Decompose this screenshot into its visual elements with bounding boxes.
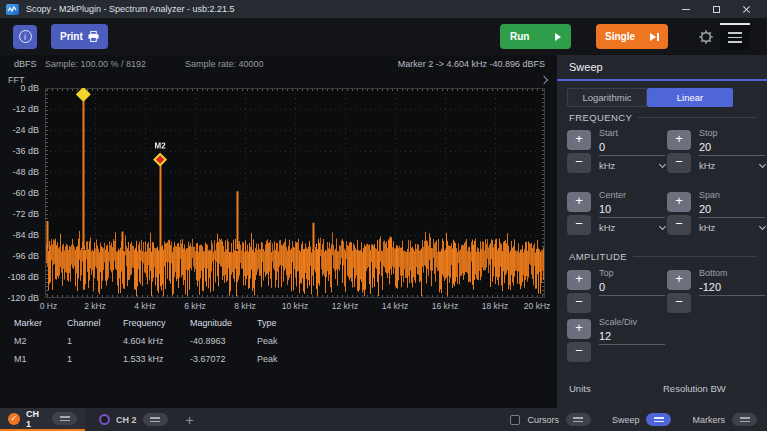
status-row: dBFS Sample: 100.00 % / 8192 Sample rate… — [0, 59, 557, 71]
bottom-increment-button[interactable]: + — [667, 270, 691, 290]
y-axis-labels: 0 dB-12 dB-24 dB-36 dB-48 dB-60 dB-72 dB… — [0, 88, 39, 298]
sample-rate-status: Sample rate: 40000 — [185, 59, 264, 69]
table-row: M2 1 4.604 kHz -40.8963 Peak — [0, 336, 557, 354]
marker-readout: Marker 2 -> 4.604 kHz -40.896 dBFS — [398, 59, 545, 69]
markers-menu-button[interactable] — [732, 413, 757, 426]
skip-to-end-icon — [650, 33, 659, 41]
stop-value[interactable]: 20 — [699, 141, 765, 156]
scale-div-value[interactable]: 12 — [599, 330, 665, 345]
run-button[interactable]: Run — [500, 24, 571, 49]
panel-accent-rule — [557, 79, 767, 81]
y-tick-label: 0 dB — [20, 83, 39, 93]
x-tick-label: 20 kHz — [524, 301, 550, 311]
y-tick-label: -96 dB — [12, 251, 39, 261]
stop-decrement-button[interactable]: − — [667, 153, 691, 173]
info-button[interactable]: i — [13, 25, 37, 49]
scale-toggle: Logarithmic Linear — [567, 88, 733, 107]
cursors-label: Cursors — [527, 415, 559, 425]
chevron-down-icon — [659, 222, 666, 229]
center-unit-select[interactable]: kHz — [599, 222, 665, 233]
center-value[interactable]: 10 — [599, 203, 665, 218]
cursors-checkbox[interactable] — [510, 415, 520, 425]
x-tick-label: 10 kHz — [282, 301, 308, 311]
center-decrement-button[interactable]: − — [567, 215, 591, 235]
top-value[interactable]: 0 — [599, 281, 665, 296]
hamburger-icon — [728, 32, 742, 34]
y-tick-label: -48 dB — [12, 167, 39, 177]
maximize-button[interactable] — [701, 0, 731, 18]
sweep-toggle-button[interactable] — [646, 413, 671, 426]
channel-2-enable-checkbox[interactable] — [99, 414, 110, 425]
spectrum-canvas[interactable] — [45, 88, 545, 298]
span-decrement-button[interactable]: − — [667, 215, 691, 235]
logarithmic-button[interactable]: Logarithmic — [567, 88, 647, 107]
markers-label: Markers — [692, 415, 725, 425]
marker-table: Marker Channel Frequency Magnitude Type … — [0, 318, 557, 372]
close-button[interactable] — [731, 0, 761, 18]
x-tick-label: 12 kHz — [332, 301, 358, 311]
center-increment-button[interactable]: + — [567, 192, 591, 212]
toolbar: i Print Run Single — [0, 18, 767, 55]
x-tick-label: 0 Hz — [40, 301, 57, 311]
span-value[interactable]: 20 — [699, 203, 765, 218]
x-axis-labels: 0 Hz2 kHz4 kHz6 kHz8 kHz10 kHz12 kHz14 k… — [0, 301, 557, 313]
window-title: Scopy - M2kPlugin - Spectrum Analyzer - … — [26, 4, 235, 14]
x-tick-label: 14 kHz — [382, 301, 408, 311]
scale-div-decrement-button[interactable]: − — [567, 342, 591, 362]
printer-icon — [88, 31, 99, 42]
stop-increment-button[interactable]: + — [667, 130, 691, 150]
channel-1-enable-checkbox[interactable]: ✓ — [8, 413, 20, 425]
bottom-value[interactable]: -120 — [699, 281, 765, 296]
start-value[interactable]: 0 — [599, 141, 665, 156]
print-button[interactable]: Print — [51, 24, 108, 49]
stop-unit-select[interactable]: kHz — [699, 160, 765, 171]
single-button[interactable]: Single — [596, 24, 668, 49]
frequency-section-header: FREQUENCY — [569, 112, 757, 123]
menu-button[interactable] — [720, 23, 750, 50]
x-tick-label: 4 kHz — [134, 301, 156, 311]
bottom-bar: ✓ CH 1 CH 2 + Cursors Sweep Markers — [0, 408, 767, 431]
y-tick-label: -60 dB — [12, 188, 39, 198]
channel-2-menu-button[interactable] — [143, 413, 168, 426]
minimize-icon — [682, 9, 690, 10]
chevron-right-icon[interactable] — [540, 76, 548, 84]
maximize-icon — [713, 6, 720, 13]
start-unit-select[interactable]: kHz — [599, 160, 665, 171]
sweep-label: Sweep — [612, 415, 640, 425]
scopy-logo-icon — [6, 4, 19, 15]
start-decrement-button[interactable]: − — [567, 153, 591, 173]
minimize-button[interactable] — [671, 0, 701, 18]
top-increment-button[interactable]: + — [567, 270, 591, 290]
play-icon — [555, 33, 561, 41]
top-decrement-button[interactable]: − — [567, 293, 591, 313]
gear-icon — [698, 29, 714, 45]
channel-2-tab[interactable]: CH 2 — [91, 408, 176, 431]
chevron-down-icon — [759, 160, 766, 167]
run-button-label: Run — [510, 31, 529, 42]
channel-1-tab[interactable]: ✓ CH 1 — [0, 408, 85, 431]
app-window: Scopy - M2kPlugin - Spectrum Analyzer - … — [0, 0, 767, 431]
cursors-menu-button[interactable] — [566, 413, 591, 426]
bottom-decrement-button[interactable]: − — [667, 293, 691, 313]
units-label: Units — [569, 383, 591, 394]
close-icon — [742, 5, 751, 14]
y-tick-label: -12 dB — [12, 104, 39, 114]
channel-1-menu-button[interactable] — [52, 412, 77, 425]
sweep-panel: Sweep Logarithmic Linear FREQUENCY + − S… — [557, 55, 767, 408]
x-tick-label: 8 kHz — [234, 301, 256, 311]
settings-gear-button[interactable] — [695, 26, 717, 48]
y-unit-label: dBFS — [14, 59, 37, 69]
channel-2-label: CH 2 — [116, 415, 137, 425]
y-tick-label: -72 dB — [12, 209, 39, 219]
add-channel-button[interactable]: + — [186, 412, 194, 428]
start-increment-button[interactable]: + — [567, 130, 591, 150]
y-tick-label: -24 dB — [12, 125, 39, 135]
span-increment-button[interactable]: + — [667, 192, 691, 212]
channel-1-label: CH 1 — [26, 409, 46, 429]
resolution-bw-label: Resolution BW — [663, 383, 726, 394]
span-unit-select[interactable]: kHz — [699, 222, 765, 233]
y-tick-label: -84 dB — [12, 230, 39, 240]
x-tick-label: 18 kHz — [482, 301, 508, 311]
linear-button[interactable]: Linear — [647, 88, 733, 107]
scale-div-increment-button[interactable]: + — [567, 319, 591, 339]
